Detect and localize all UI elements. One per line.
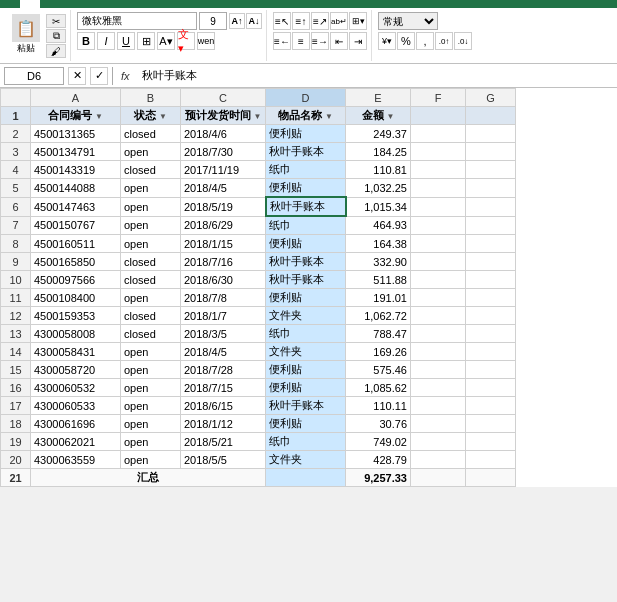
copy-button[interactable]: ⧉	[46, 29, 66, 43]
cell-amount-row6[interactable]: 1,015.34	[346, 197, 411, 216]
dropdown-arrow-e[interactable]: ▼	[387, 112, 395, 121]
cell-product-row7[interactable]: 纸巾	[266, 216, 346, 235]
cell-amount-row10[interactable]: 511.88	[346, 271, 411, 289]
cell-ship-date-row10[interactable]: 2018/6/30	[181, 271, 266, 289]
border-button[interactable]: ⊞	[137, 32, 155, 50]
cell-status-row13[interactable]: closed	[121, 325, 181, 343]
cell-status-row2[interactable]: closed	[121, 125, 181, 143]
format-painter-button[interactable]: 🖌	[46, 44, 66, 58]
cell-status-row17[interactable]: open	[121, 397, 181, 415]
cell-ship-date-row16[interactable]: 2018/7/15	[181, 379, 266, 397]
cell-amount-row12[interactable]: 1,062.72	[346, 307, 411, 325]
tab-file[interactable]	[0, 0, 20, 8]
cell-status-row3[interactable]: open	[121, 143, 181, 161]
header-ship-date[interactable]: 预计发货时间 ▼	[181, 107, 266, 125]
cell-status-row19[interactable]: open	[121, 433, 181, 451]
cell-contract-row18[interactable]: 4300061696	[31, 415, 121, 433]
cell-amount-row16[interactable]: 1,085.62	[346, 379, 411, 397]
tab-formula[interactable]	[80, 0, 100, 8]
cell-contract-row11[interactable]: 4500108400	[31, 289, 121, 307]
cell-ship-date-row3[interactable]: 2018/7/30	[181, 143, 266, 161]
cell-ship-date-row6[interactable]: 2018/5/19	[181, 197, 266, 216]
cell-amount-row3[interactable]: 184.25	[346, 143, 411, 161]
tab-layout[interactable]	[60, 0, 80, 8]
tab-home[interactable]	[20, 0, 40, 8]
align-center-button[interactable]: ≡	[292, 32, 310, 50]
font-size-input[interactable]	[199, 12, 227, 30]
cell-product-row4[interactable]: 纸巾	[266, 161, 346, 179]
cell-contract-row4[interactable]: 4500143319	[31, 161, 121, 179]
cell-ship-date-row9[interactable]: 2018/7/16	[181, 253, 266, 271]
align-left-button[interactable]: ≡←	[273, 32, 291, 50]
cell-contract-row2[interactable]: 4500131365	[31, 125, 121, 143]
comma-button[interactable]: ,	[416, 32, 434, 50]
decimal-decrease-button[interactable]: .0↓	[454, 32, 472, 50]
currency-button[interactable]: ¥▾	[378, 32, 396, 50]
fill-color-button[interactable]: A▾	[157, 32, 175, 50]
cell-product-row16[interactable]: 便利贴	[266, 379, 346, 397]
header-contract[interactable]: 合同编号 ▼	[31, 107, 121, 125]
cell-product-row19[interactable]: 纸巾	[266, 433, 346, 451]
cell-contract-row7[interactable]: 4500150767	[31, 216, 121, 235]
cell-contract-row14[interactable]: 4300058431	[31, 343, 121, 361]
header-amount[interactable]: 金额 ▼	[346, 107, 411, 125]
header-product[interactable]: 物品名称 ▼	[266, 107, 346, 125]
cell-product-row15[interactable]: 便利贴	[266, 361, 346, 379]
cell-status-row6[interactable]: open	[121, 197, 181, 216]
cell-status-row12[interactable]: closed	[121, 307, 181, 325]
cell-contract-row17[interactable]: 4300060533	[31, 397, 121, 415]
wen-button[interactable]: wen	[197, 32, 215, 50]
cell-status-row5[interactable]: open	[121, 179, 181, 198]
merge-button[interactable]: ⊞▾	[349, 12, 367, 30]
cell-contract-row9[interactable]: 4500165850	[31, 253, 121, 271]
tab-design[interactable]	[180, 0, 200, 8]
cell-ship-date-row18[interactable]: 2018/1/12	[181, 415, 266, 433]
cell-status-row10[interactable]: closed	[121, 271, 181, 289]
cell-ship-date-row4[interactable]: 2017/11/19	[181, 161, 266, 179]
cell-status-row8[interactable]: open	[121, 235, 181, 253]
cell-product-row8[interactable]: 便利贴	[266, 235, 346, 253]
cell-contract-row5[interactable]: 4500144088	[31, 179, 121, 198]
col-header-g[interactable]: G	[466, 89, 516, 107]
col-header-d[interactable]: D	[266, 89, 346, 107]
cell-amount-row2[interactable]: 249.37	[346, 125, 411, 143]
cell-ship-date-row19[interactable]: 2018/5/21	[181, 433, 266, 451]
col-header-e[interactable]: E	[346, 89, 411, 107]
cell-status-row18[interactable]: open	[121, 415, 181, 433]
align-top-right-button[interactable]: ≡↗	[311, 12, 329, 30]
cell-ship-date-row11[interactable]: 2018/7/8	[181, 289, 266, 307]
tab-beautify[interactable]	[160, 0, 180, 8]
wrap-text-button[interactable]: ab↵	[330, 12, 348, 30]
cut-button[interactable]: ✂	[46, 14, 66, 28]
cell-ship-date-row20[interactable]: 2018/5/5	[181, 451, 266, 469]
cell-contract-row16[interactable]: 4300060532	[31, 379, 121, 397]
cell-product-row2[interactable]: 便利贴	[266, 125, 346, 143]
cell-contract-row6[interactable]: 4500147463	[31, 197, 121, 216]
cell-amount-row20[interactable]: 428.79	[346, 451, 411, 469]
col-header-f[interactable]: F	[411, 89, 466, 107]
cell-ship-date-row14[interactable]: 2018/4/5	[181, 343, 266, 361]
cell-amount-row18[interactable]: 30.76	[346, 415, 411, 433]
cell-product-row9[interactable]: 秋叶手账本	[266, 253, 346, 271]
cell-amount-row4[interactable]: 110.81	[346, 161, 411, 179]
cell-ship-date-row2[interactable]: 2018/4/6	[181, 125, 266, 143]
percent-button[interactable]: %	[397, 32, 415, 50]
dropdown-arrow-a[interactable]: ▼	[95, 112, 103, 121]
cell-contract-row13[interactable]: 4300058008	[31, 325, 121, 343]
bold-button[interactable]: B	[77, 32, 95, 50]
dropdown-arrow-c[interactable]: ▼	[254, 112, 262, 121]
formula-input[interactable]	[138, 67, 613, 85]
cell-product-row3[interactable]: 秋叶手账本	[266, 143, 346, 161]
cell-status-row14[interactable]: open	[121, 343, 181, 361]
cell-contract-row3[interactable]: 4500134791	[31, 143, 121, 161]
cell-contract-row19[interactable]: 4300062021	[31, 433, 121, 451]
cell-amount-row5[interactable]: 1,032.25	[346, 179, 411, 198]
cell-product-row17[interactable]: 秋叶手账本	[266, 397, 346, 415]
cell-ship-date-row15[interactable]: 2018/7/28	[181, 361, 266, 379]
cell-contract-row8[interactable]: 4500160511	[31, 235, 121, 253]
tab-insert[interactable]	[40, 0, 60, 8]
font-decrease-button[interactable]: A↓	[246, 13, 262, 29]
cell-status-row7[interactable]: open	[121, 216, 181, 235]
cell-amount-row14[interactable]: 169.26	[346, 343, 411, 361]
cell-amount-row17[interactable]: 110.11	[346, 397, 411, 415]
